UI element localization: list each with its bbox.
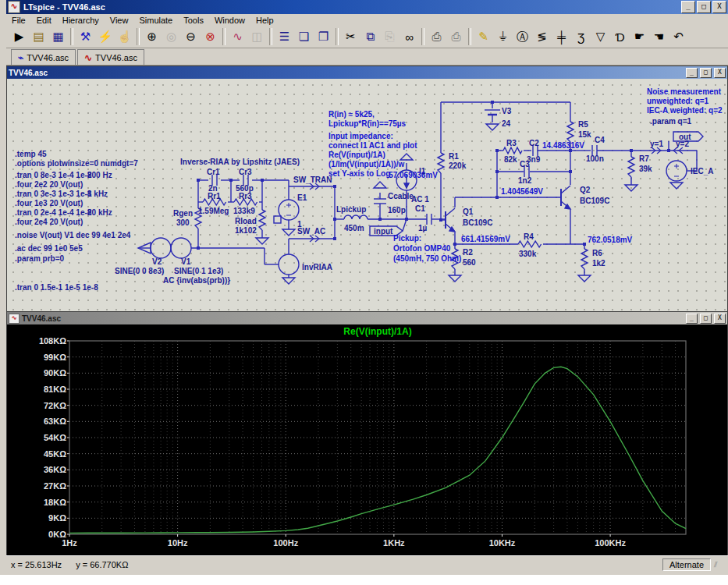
y-axis-tick-label: 108KΩ — [39, 336, 66, 346]
x-axis-tick-label: 100KHz — [595, 538, 626, 548]
find-icon[interactable]: ∞ — [400, 27, 419, 46]
copy-icon[interactable]: ⧉ — [360, 27, 380, 46]
move-icon[interactable]: ☛ — [630, 27, 649, 46]
new-window-icon[interactable]: ❐ — [314, 27, 333, 46]
print-icon[interactable]: ⎙ — [427, 27, 446, 46]
schematic-text: unweighted: q=1 — [647, 97, 709, 105]
plot-close-button[interactable]: X — [714, 314, 726, 324]
schematic-text: 330k — [519, 250, 537, 258]
resistor-icon[interactable]: ≶ — [532, 27, 552, 46]
schematic-title-bar[interactable]: TVV46.asc _ □ X — [7, 66, 727, 79]
schematic-text: Cr1 — [207, 168, 220, 176]
undo-icon[interactable]: ↶ — [669, 27, 688, 46]
schematic-text: BC109C — [580, 197, 609, 205]
resize-grip[interactable]: ⫽ — [714, 560, 723, 569]
save-icon[interactable]: ▦ — [48, 27, 68, 46]
plot-drawing: 0KΩ9KΩ18KΩ27KΩ36KΩ45KΩ54KΩ63KΩ72KΩ81KΩ90… — [7, 324, 726, 555]
close-button[interactable]: X — [712, 1, 726, 13]
inductor-icon[interactable]: Ʒ — [571, 27, 591, 46]
schematic-text: E1 — [297, 193, 307, 202]
schematic-canvas[interactable]: .temp 45.options plotwinsize=0 numdgt=7.… — [7, 79, 727, 311]
plot-maximize-button[interactable]: □ — [700, 314, 712, 324]
drag-icon[interactable]: ☚ — [649, 27, 669, 46]
schematic-text: IEC_A — [691, 167, 713, 176]
schematic-text: .four 2e4 20 V(out) — [15, 218, 83, 226]
schematic-text: .ac dec 99 1e0 5e5 — [15, 244, 83, 253]
schematic-text: .four 2e2 20 V(out) — [15, 180, 83, 189]
diode-icon[interactable]: ▽ — [591, 27, 610, 46]
toolbar-separator — [421, 28, 424, 45]
plot-curve[interactable] — [69, 367, 686, 533]
label-net-icon[interactable]: Ⓐ — [513, 27, 532, 46]
tab-label: TVV46.asc — [27, 53, 69, 62]
schematic-text: 1.59Meg — [198, 207, 229, 215]
schematic-text: 14.486316V — [542, 141, 584, 150]
open-icon[interactable]: ▤ — [29, 27, 48, 46]
tab-waveform[interactable]: ∿TVV46.asc — [77, 49, 144, 65]
tab-schematic[interactable]: ⌁TVV46.asc — [11, 49, 76, 65]
schematic-text: Noise measurement — [647, 87, 722, 96]
schematic-text: .four 1e3 20 V(out) — [15, 199, 83, 207]
title-bar[interactable]: ∿ LTspice - TVV46.asc _ □ X — [6, 0, 728, 14]
schematic-text: 1k2 — [592, 259, 605, 268]
menu-item-help[interactable]: Help — [250, 15, 279, 26]
zoom-in-icon[interactable]: ⊕ — [142, 27, 162, 46]
schematic-text: R6 — [592, 249, 602, 257]
cut-icon[interactable]: ✂ — [341, 27, 360, 46]
menu-item-view[interactable]: View — [105, 15, 134, 26]
schematic-text: 1.4045649V — [501, 187, 543, 196]
control-panel-icon[interactable]: ⚒ — [76, 27, 95, 46]
y-axis-tick-label: 54KΩ — [44, 433, 66, 442]
schematic-text: C4 — [595, 136, 605, 144]
menu-item-file[interactable]: File — [6, 15, 31, 26]
edit-pencil-icon[interactable]: ✎ — [474, 27, 493, 46]
new-schematic-icon[interactable]: ▶ — [9, 27, 29, 46]
schematic-text: Lpickup*R(in)==75µs — [328, 119, 407, 128]
schematic-minimize-button[interactable]: _ — [686, 68, 698, 78]
zoom-out-icon[interactable]: ⊖ — [181, 27, 201, 46]
schematic-text: 24 — [502, 119, 511, 128]
schematic-text: BC109C — [463, 218, 492, 227]
plot-settings-icon[interactable]: ∿ — [228, 27, 247, 46]
schematic-texts: .temp 45.options plotwinsize=0 numdgt=7.… — [15, 87, 723, 292]
cascade-windows-icon[interactable]: ❏ — [294, 27, 314, 46]
capacitor-icon[interactable]: ╪ — [552, 27, 571, 46]
schematic-text: InvRIAA — [302, 263, 332, 271]
schematic-text: input — [374, 227, 393, 236]
schematic-text: 133k9 — [233, 207, 255, 215]
ground-icon[interactable]: ⏚ — [493, 27, 513, 46]
schematic-maximize-button[interactable]: □ — [700, 68, 712, 78]
y-axis-tick-label: 63KΩ — [44, 417, 66, 426]
component-icon[interactable]: Ɗ — [610, 27, 630, 46]
screen: ∿ LTspice - TVV46.asc _ □ X FileEditHier… — [0, 0, 728, 585]
schematic-text: R5 — [578, 120, 588, 129]
schematic-close-button[interactable]: X — [714, 68, 726, 78]
run-icon[interactable]: ⚡ — [95, 27, 115, 46]
print-preview-icon[interactable]: ⎙ — [446, 27, 466, 46]
menu-item-hierarchy[interactable]: Hierarchy — [57, 15, 105, 26]
schematic-text: y=1 — [650, 140, 663, 148]
menu-item-tools[interactable]: Tools — [178, 15, 209, 26]
plot-canvas[interactable]: 0KΩ9KΩ18KΩ27KΩ36KΩ45KΩ54KΩ63KΩ72KΩ81KΩ90… — [7, 324, 727, 556]
menu-item-edit[interactable]: Edit — [31, 15, 57, 26]
window-title: LTspice - TVV46.asc — [23, 2, 681, 12]
schematic-text: .noise V(out) V1 dec 99 4e1 2e4 — [15, 231, 131, 239]
y-axis-tick-label: 36KΩ — [44, 465, 66, 474]
menu-item-simulate[interactable]: Simulate — [133, 15, 178, 26]
schematic-text: 39k — [639, 165, 652, 173]
schematic-text: R3 — [506, 139, 517, 147]
maximize-button[interactable]: □ — [697, 1, 711, 13]
minimize-button[interactable]: _ — [681, 1, 695, 13]
zoom-redraw-icon[interactable]: ⊗ — [201, 27, 220, 46]
app-icon: ∿ — [8, 1, 20, 13]
schematic-text: (450mH, 750 Ohm) — [393, 254, 461, 263]
tile-windows-icon[interactable]: ☰ — [275, 27, 294, 46]
plot-minimize-button[interactable]: _ — [686, 314, 698, 324]
schematic-text: 82k — [504, 155, 517, 164]
schematic-tab-icon: ⌁ — [18, 52, 23, 63]
tab-label: TVV46.asc — [95, 53, 137, 62]
menu-item-window[interactable]: Window — [209, 15, 250, 26]
schematic-text: connect I1 AC1 and plot — [328, 141, 417, 150]
alternate-mode-indicator[interactable]: Alternate — [662, 558, 711, 571]
plot-title-bar[interactable]: ∿ TVV46.asc _ □ X — [7, 312, 727, 324]
